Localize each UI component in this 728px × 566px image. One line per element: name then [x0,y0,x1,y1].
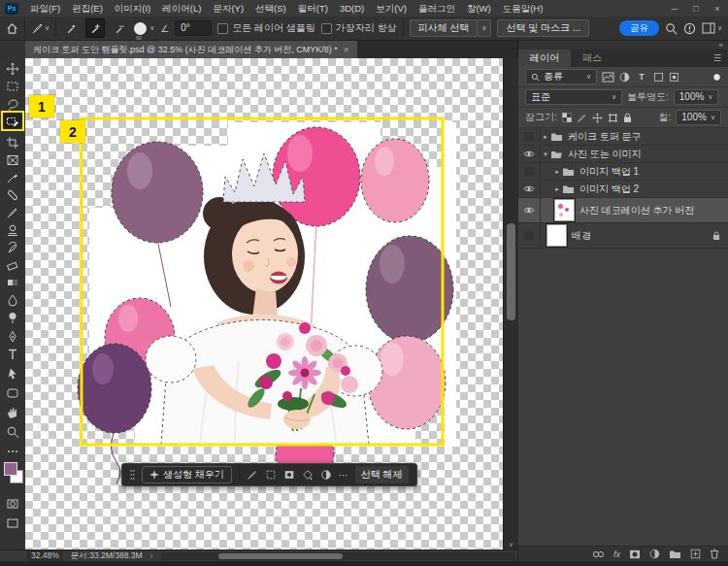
visibility-toggle[interactable] [518,146,541,162]
panel-menu-icon[interactable]: ☰ [713,50,728,67]
menu-file[interactable]: 파일(F) [24,1,66,17]
tool-hand[interactable] [3,404,22,420]
adjustment-layer-icon[interactable] [649,549,660,559]
filter-smart-objects-icon[interactable] [669,72,679,83]
add-mask-icon[interactable] [629,549,641,559]
tool-history-brush[interactable] [3,239,22,255]
drag-handle-icon[interactable] [130,469,135,481]
brush-size-picker[interactable]: 60∨ [134,22,154,35]
select-and-mask-button[interactable]: 선택 및 마스크 ... [497,19,589,37]
status-popup-icon[interactable]: › [150,551,153,561]
close-button[interactable]: × [707,1,728,17]
opacity-field[interactable]: 100%∨ [674,89,719,105]
tool-pen[interactable] [3,328,22,345]
document-tab[interactable]: 케이크 토퍼 도안 템플릿.psd @ 32.5% (사진 데코레이션 추가 버… [25,41,357,58]
lock-position-icon[interactable] [592,113,603,123]
screen-mode-icon[interactable] [3,515,22,531]
menu-type[interactable]: 문자(Y) [207,1,249,17]
edit-toolbar-more-icon[interactable] [3,443,22,459]
tab-layers[interactable]: 레이어 [518,50,571,67]
deselect-button[interactable]: 선택 해제 [355,466,409,483]
quick-mask-icon[interactable] [3,495,22,512]
tool-clone-stamp[interactable] [3,221,22,238]
vertical-scrollbar-thumb[interactable] [507,223,515,320]
filter-shape-layers-icon[interactable] [653,72,664,83]
layer-row-image-backup-1[interactable]: ▸ 이미지 백업 1 [518,163,728,181]
filter-toggle-icon[interactable] [712,73,721,82]
more-options-icon[interactable]: ⋯ [339,470,348,481]
visibility-toggle[interactable] [518,198,541,222]
brush-selection-icon[interactable] [247,469,258,481]
horizontal-scrollbar-thumb[interactable] [218,553,343,559]
lock-pixels-icon[interactable] [577,113,587,123]
fill-selection-icon[interactable] [302,469,314,481]
menu-plugins[interactable]: 플러그인 [413,1,461,17]
tool-eraser[interactable] [3,256,22,273]
chevron-right-icon[interactable]: ▸ [552,168,562,176]
tool-gradient[interactable] [3,274,22,290]
fill-field[interactable]: 100%∨ [676,110,721,125]
chevron-down-icon[interactable]: ▾ [541,150,550,158]
layer-row-photo-decoration-selected[interactable]: 사진 데코레이션 추가 버전 [518,198,728,223]
minimize-button[interactable]: ─ [664,1,685,17]
workspace-icon[interactable]: ∨ [702,22,722,34]
layer-effects-icon[interactable]: fx [613,549,620,559]
tool-healing-brush[interactable] [3,186,22,203]
new-layer-icon[interactable] [690,549,701,559]
add-to-selection-icon[interactable] [85,18,105,38]
visibility-toggle[interactable] [518,163,541,180]
tool-zoom[interactable] [3,423,22,440]
chevron-right-icon[interactable]: ▸ [541,133,550,141]
menu-3d[interactable]: 3D(D) [334,1,370,17]
maximize-button[interactable]: □ [685,1,707,17]
layer-thumbnail[interactable] [546,224,567,247]
zoom-level-field[interactable]: 32.48% [27,550,63,561]
visibility-toggle[interactable] [518,223,541,248]
new-selection-icon[interactable] [62,19,80,37]
adjustment-icon[interactable] [320,469,332,481]
menu-edit[interactable]: 편집(E) [66,1,109,17]
tool-crop[interactable] [3,134,22,150]
tool-move[interactable] [3,60,22,77]
tool-path-selection[interactable] [3,365,22,382]
link-layers-icon[interactable] [592,550,605,558]
visibility-toggle[interactable] [518,181,541,197]
create-mask-icon[interactable] [283,469,295,481]
enhance-edge-checkbox[interactable]: 가장자리 향상 [321,21,397,35]
menu-window[interactable]: 창(W) [461,1,497,17]
menu-image[interactable]: 이미지(I) [109,1,156,17]
help-icon[interactable] [683,22,696,35]
layer-row-image-backup-2[interactable]: ▸ 이미지 백업 2 [518,181,728,198]
tool-shape[interactable] [3,384,22,401]
generative-fill-button[interactable]: 생성형 채우기 [142,466,232,483]
tool-lasso[interactable] [3,95,22,112]
layer-row-background[interactable]: 배경 [518,223,728,249]
tool-brush[interactable] [3,204,22,220]
select-subject-button[interactable]: 피사체 선택 [410,19,479,37]
filter-type-layers-icon[interactable]: T [635,72,648,82]
sample-all-layers-checkbox[interactable]: 모든 레이어 샘플링 [217,21,315,35]
horizontal-scrollbar[interactable] [160,552,515,560]
search-icon[interactable] [665,22,678,35]
tool-dodge[interactable] [3,309,22,325]
tool-type[interactable] [3,346,22,362]
canvas-area[interactable]: 1 2 생성형 채우기 ⋯ 선택 해제 [25,58,503,549]
layer-row-cake-topper-text[interactable]: ▸ 케이크 토퍼 문구 [518,128,728,146]
visibility-toggle[interactable] [518,128,541,145]
tab-paths[interactable]: 패스 [571,50,613,67]
tool-blur[interactable] [3,291,22,308]
layer-row-photo-or-image-group[interactable]: ▾ 사진 또는 이미지 [518,146,728,163]
panel-collapse-icon[interactable]: » [518,41,728,50]
tab-close-icon[interactable]: × [344,45,349,55]
lock-transparency-icon[interactable] [562,113,572,122]
chevron-right-icon[interactable]: ▸ [552,185,562,193]
blend-mode-dropdown[interactable]: 표준∨ [525,89,622,105]
tool-eyedropper[interactable] [3,169,22,185]
foreground-color-swatch[interactable] [4,462,17,476]
tool-object-selection[interactable] [3,113,22,129]
menu-select[interactable]: 선택(S) [249,1,292,17]
lock-all-icon[interactable] [623,113,632,123]
vertical-scrollbar[interactable]: ∨ [503,58,518,549]
menu-help[interactable]: 도움말(H) [497,1,549,17]
filter-kind-dropdown[interactable]: 종류 ∨ [525,69,597,84]
